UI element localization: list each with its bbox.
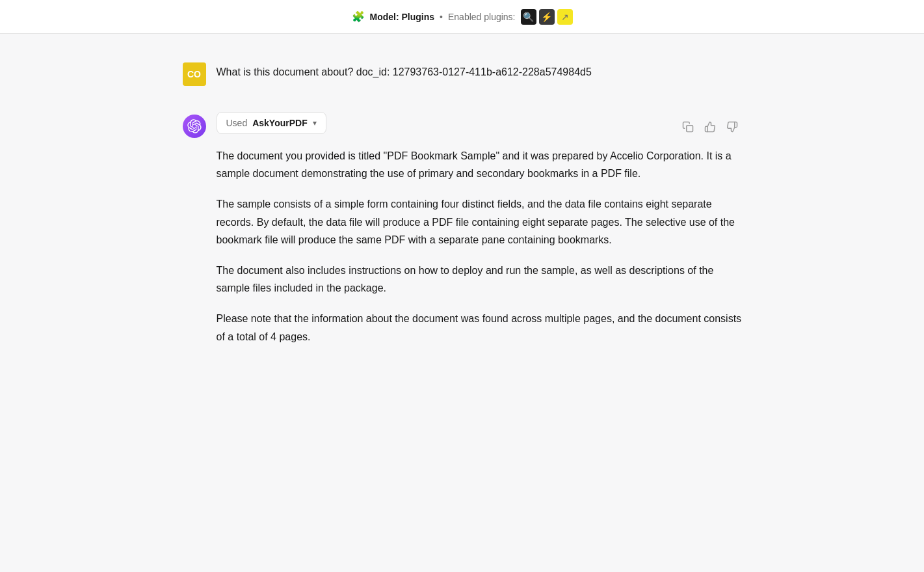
enabled-plugins-label: Enabled plugins:: [448, 12, 516, 22]
assistant-content: Used AskYourPDF ▾ The document you provi…: [217, 112, 742, 346]
separator-dot: •: [440, 12, 443, 22]
thumbup-button[interactable]: [700, 117, 720, 137]
plugin-icon-2[interactable]: ⚡: [539, 9, 555, 25]
assistant-message-row: Used AskYourPDF ▾ The document you provi…: [183, 112, 742, 346]
svg-rect-0: [686, 126, 693, 132]
plugin-used-badge[interactable]: Used AskYourPDF ▾: [217, 112, 326, 134]
user-message-row: CO What is this document about? doc_id: …: [183, 60, 742, 86]
response-text: The document you provided is titled "PDF…: [217, 147, 742, 346]
assistant-avatar: [183, 115, 206, 138]
chevron-down-icon: ▾: [313, 118, 317, 128]
action-buttons: [678, 117, 742, 137]
model-label: Model: Plugins: [370, 12, 435, 22]
puzzle-icon: 🧩: [352, 10, 365, 23]
user-message-text: What is this document about? doc_id: 127…: [217, 60, 592, 81]
top-bar: 🧩 Model: Plugins • Enabled plugins: 🔍 ⚡ …: [0, 0, 924, 34]
copy-button[interactable]: [678, 117, 698, 137]
user-avatar: CO: [183, 62, 206, 86]
response-paragraph-2: The sample consists of a simple form con…: [217, 195, 742, 249]
response-paragraph-4: Please note that the information about t…: [217, 310, 742, 345]
response-paragraph-3: The document also includes instructions …: [217, 262, 742, 297]
plugin-icon-1[interactable]: 🔍: [521, 9, 536, 25]
response-paragraph-1: The document you provided is titled "PDF…: [217, 147, 742, 182]
used-label: Used: [226, 118, 248, 128]
plugin-icon-3[interactable]: ↗: [557, 9, 573, 25]
plugin-icons: 🔍 ⚡ ↗: [521, 9, 573, 25]
plugin-name: AskYourPDF: [252, 118, 308, 128]
thumbdown-button[interactable]: [722, 117, 742, 137]
